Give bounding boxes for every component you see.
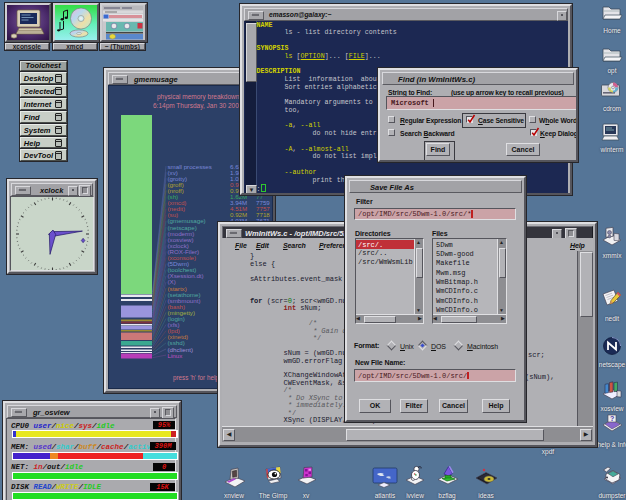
svg-text:physical memory breakdown: physical memory breakdown xyxy=(157,93,240,101)
svg-text:6:14pm Thursday, Jan 30 2003: 6:14pm Thursday, Jan 30 2003 xyxy=(153,102,243,110)
svg-text:?: ? xyxy=(610,415,614,422)
svg-text:Linux: Linux xyxy=(168,352,184,359)
svg-text:press 'h' for help: press 'h' for help xyxy=(173,374,219,382)
